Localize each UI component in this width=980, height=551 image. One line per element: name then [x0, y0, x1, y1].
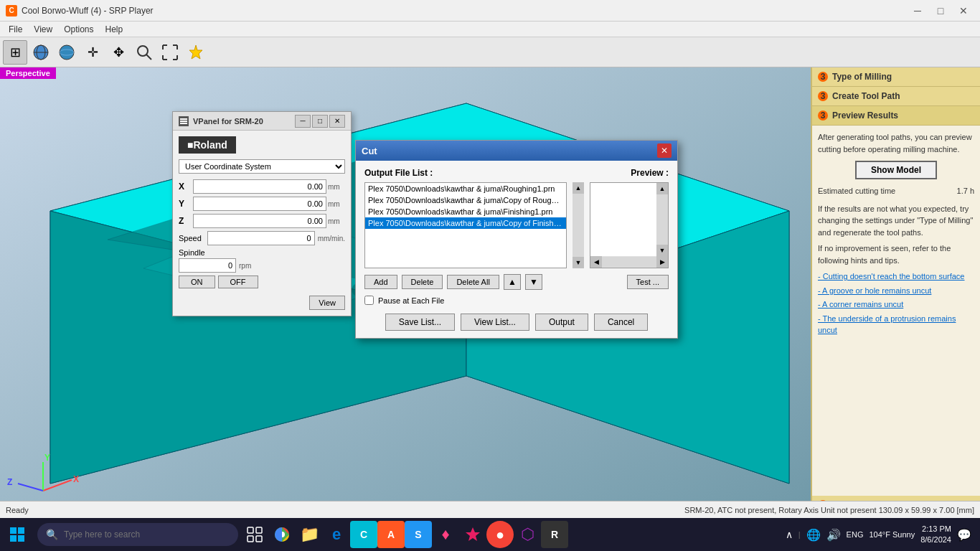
cancel-button[interactable]: Cancel — [594, 314, 648, 331]
save-list-button[interactable]: Save List... — [385, 314, 455, 331]
file-item-0[interactable]: Plex 7050\Downloads\kawthar & juma\Rough… — [365, 183, 566, 194]
app5-taskbar-icon[interactable] — [459, 521, 486, 548]
svg-text:Z: Z — [7, 477, 12, 487]
up-arrow-button[interactable]: ▲ — [504, 274, 521, 290]
coord-system-select[interactable]: User Coordinate System — [179, 159, 345, 174]
special-button[interactable] — [184, 40, 208, 65]
close-button[interactable]: ✕ — [953, 2, 974, 19]
menu-file[interactable]: File — [3, 23, 28, 36]
preview-scroll-up[interactable]: ▲ — [656, 183, 668, 194]
svg-rect-39 — [18, 535, 24, 542]
vpanel-maximize[interactable]: □ — [312, 115, 328, 128]
type-of-milling-section[interactable]: 3 Type of Milling — [812, 67, 980, 87]
notification-icon[interactable]: 💬 — [957, 528, 971, 542]
z-unit: mm — [328, 217, 345, 225]
taskbar: 🔍 📁 e C A S ♦ ● ⬡ R ∧ | 🌐 🔊 ENG 104°F Su… — [0, 518, 980, 551]
y-coord-row: Y 0.00 mm — [179, 197, 345, 211]
delete-button[interactable]: Delete — [402, 275, 443, 289]
scroll-down-arrow[interactable]: ▼ — [573, 257, 584, 268]
app3-taskbar-icon[interactable]: S — [405, 521, 432, 548]
file-item-2[interactable]: Plex 7050\Downloads\kawthar & juma\Finis… — [365, 206, 566, 217]
hint1-link[interactable]: - Cutting doesn't reach the bottom surfa… — [818, 270, 974, 283]
fit-button[interactable] — [158, 40, 182, 65]
preview-scroll-right[interactable]: ▶ — [656, 256, 668, 268]
test-button[interactable]: Test ... — [627, 275, 669, 289]
preview-v-scroll[interactable]: ▲ ▼ — [656, 183, 668, 256]
estimated-row: Estimated cutting time 1.7 h — [818, 185, 974, 197]
vpanel-titlebar: VPanel for SRM-20 ─ □ ✕ — [173, 112, 351, 131]
hint3-link[interactable]: - A corner remains uncut — [818, 298, 974, 311]
svg-text:X: X — [73, 474, 79, 484]
start-button[interactable] — [0, 518, 34, 551]
move-button[interactable]: ✛ — [80, 40, 105, 65]
taskbar-search[interactable]: 🔍 — [37, 523, 238, 546]
vpanel-minimize[interactable]: ─ — [295, 115, 311, 128]
preview-description: After generating tool paths, you can pre… — [818, 131, 974, 155]
vpanel-close[interactable]: ✕ — [329, 115, 345, 128]
edge-taskbar-icon[interactable]: e — [323, 521, 350, 548]
scroll-track — [573, 194, 584, 257]
output-button[interactable]: Output — [535, 314, 588, 331]
spindle-off-button[interactable]: OFF — [218, 276, 258, 288]
preview-scroll-left[interactable]: ◀ — [590, 256, 602, 268]
network-icon[interactable]: 🌐 — [806, 528, 821, 542]
x-value: 0.00 — [193, 179, 326, 194]
pause-checkbox[interactable] — [364, 296, 374, 305]
sphere-button[interactable] — [55, 40, 79, 65]
scroll-up-arrow[interactable]: ▲ — [573, 182, 584, 194]
pan-button[interactable]: ✥ — [106, 40, 131, 65]
globe-button[interactable] — [29, 40, 53, 65]
app6-taskbar-icon[interactable]: ● — [486, 521, 514, 548]
cut-dialog-close[interactable]: ✕ — [657, 143, 672, 158]
down-arrow-button[interactable]: ▼ — [525, 274, 542, 290]
file-list-area: Plex 7050\Downloads\kawthar & juma\Rough… — [364, 182, 669, 268]
app1-taskbar-icon[interactable]: C — [350, 521, 377, 548]
file-item-3[interactable]: Plex 7050\Downloads\kawthar & juma\Copy … — [365, 217, 566, 229]
section-icon-3: 3 — [818, 110, 828, 121]
vpanel-title: VPanel for SRM-20 — [193, 117, 295, 126]
clock-date: 8/6/2024 — [920, 534, 951, 545]
menu-view[interactable]: View — [28, 23, 58, 36]
hint4-link[interactable]: - The underside of a protrusion remains … — [818, 313, 974, 336]
app7-taskbar-icon[interactable]: ⬡ — [514, 521, 541, 548]
file-item-1[interactable]: Plex 7050\Downloads\kawthar & juma\Copy … — [365, 194, 566, 206]
show-model-button[interactable]: Show Model — [855, 161, 937, 179]
preview-label: Preview : — [631, 168, 669, 178]
preview-scroll-down[interactable]: ▼ — [656, 245, 668, 256]
zoom-button[interactable] — [132, 40, 156, 65]
hint2-link[interactable]: - A groove or hole remains uncut — [818, 285, 974, 297]
menu-help[interactable]: Help — [100, 23, 129, 36]
menu-options[interactable]: Options — [58, 23, 99, 36]
vpanel-view-button[interactable]: View — [309, 296, 345, 310]
spindle-on-button[interactable]: ON — [179, 276, 215, 288]
chrome-taskbar-icon[interactable] — [268, 521, 296, 548]
svg-rect-36 — [10, 527, 17, 534]
svg-rect-40 — [248, 527, 253, 533]
add-button[interactable]: Add — [364, 275, 397, 289]
explorer-taskbar-icon[interactable]: 📁 — [296, 521, 323, 548]
file-list-scrollbar[interactable]: ▲ ▼ — [573, 182, 584, 268]
create-tool-path-section[interactable]: 3 Create Tool Path — [812, 87, 980, 106]
volume-icon[interactable]: 🔊 — [826, 528, 841, 542]
tip2: If no improvement is seen, refer to the … — [818, 242, 974, 266]
language-indicator[interactable]: ENG — [847, 530, 864, 539]
file-list-box[interactable]: Plex 7050\Downloads\kawthar & juma\Rough… — [364, 182, 567, 268]
maximize-button[interactable]: □ — [930, 2, 951, 19]
chevron-up-icon[interactable]: ∧ — [786, 529, 793, 540]
view-list-button[interactable]: View List... — [461, 314, 529, 331]
grid-button[interactable]: ⊞ — [3, 40, 27, 65]
x-coord-row: X 0.00 mm — [179, 179, 345, 194]
app4-taskbar-icon[interactable]: ♦ — [432, 521, 459, 548]
app2-taskbar-icon[interactable]: A — [377, 521, 405, 548]
preview-h-scroll[interactable]: ◀ ▶ — [590, 256, 668, 268]
roland-taskbar-icon[interactable]: R — [541, 521, 568, 548]
cut-dialog-title: Cut — [362, 146, 657, 156]
minimize-button[interactable]: ─ — [907, 2, 928, 19]
preview-results-section[interactable]: 3 Preview Results — [812, 106, 980, 126]
time-block[interactable]: 2:13 PM 8/6/2024 — [920, 524, 951, 546]
svg-rect-42 — [248, 536, 253, 542]
window-title: Cool Borwo-Wluff (4) - SRP Player — [22, 6, 907, 16]
search-input[interactable] — [64, 529, 230, 540]
delete-all-button[interactable]: Delete All — [447, 275, 499, 289]
taskview-button[interactable] — [241, 521, 268, 548]
